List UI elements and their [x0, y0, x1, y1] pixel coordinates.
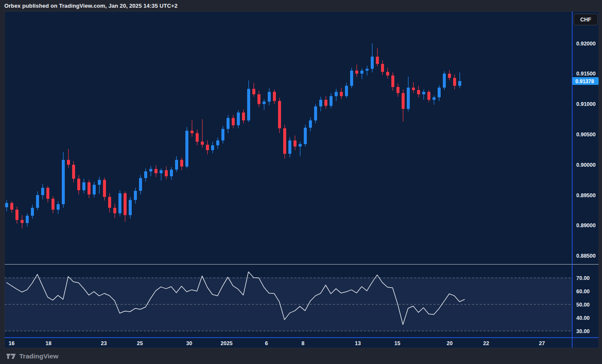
candle-down	[273, 92, 276, 101]
candle-up	[438, 87, 441, 97]
candle-up	[93, 185, 96, 195]
candle-down	[10, 203, 13, 210]
candle-down	[206, 144, 209, 150]
candle-down	[154, 169, 157, 173]
candle-down	[88, 182, 91, 194]
symbol-badge[interactable]: CHF	[574, 14, 598, 25]
candle-down	[165, 170, 168, 176]
candle-down	[355, 71, 358, 74]
candle-down	[124, 193, 127, 215]
candle-down	[278, 101, 281, 129]
candle-down	[201, 141, 204, 144]
candle-up	[407, 87, 410, 109]
candle-down	[180, 160, 183, 167]
candle-up	[185, 131, 188, 167]
tradingview-brand-text[interactable]: TradingView	[19, 352, 58, 360]
time-axis[interactable]	[4, 337, 572, 348]
candle-down	[113, 208, 116, 214]
candle-down	[402, 93, 405, 109]
candle-up	[5, 203, 8, 207]
candle-down	[242, 112, 245, 120]
candle-up	[366, 69, 369, 70]
candle-down	[453, 78, 456, 86]
candle-up	[170, 170, 173, 177]
chart-panel: 0.920000.915000.910000.905000.900000.895…	[4, 11, 599, 348]
candle-down	[257, 94, 260, 104]
candle-down	[324, 100, 327, 106]
candle-up	[62, 160, 65, 204]
candle-up	[288, 141, 291, 154]
candle-up	[345, 86, 348, 96]
candle-up	[139, 178, 142, 191]
candle-down	[283, 128, 286, 153]
candle-down	[427, 92, 430, 99]
candle-up	[149, 169, 152, 171]
candle-up	[118, 193, 121, 214]
candle-up	[221, 129, 224, 141]
candle-up	[371, 57, 374, 69]
candle-down	[191, 131, 194, 133]
candle-down	[72, 165, 75, 179]
candle-up	[422, 92, 425, 94]
candle-up	[263, 102, 266, 104]
candle-up	[57, 204, 60, 210]
candle-down	[46, 188, 49, 199]
candle-down	[21, 220, 24, 223]
candle-up	[237, 112, 240, 125]
candle-up	[335, 92, 338, 96]
candle-down	[376, 57, 379, 64]
candle-up	[350, 71, 353, 86]
candle-up	[458, 81, 461, 86]
candle-up	[247, 89, 250, 120]
candle-down	[51, 199, 54, 209]
candle-down	[293, 141, 296, 147]
candle-down	[108, 197, 111, 208]
candle-down	[196, 133, 199, 142]
candle-up	[98, 180, 101, 185]
chart-canvas: 0.920000.915000.910000.905000.900000.895…	[5, 12, 599, 348]
candle-up	[443, 74, 446, 88]
candle-down	[391, 75, 394, 87]
candle-up	[82, 182, 85, 190]
candle-up	[330, 96, 333, 106]
candle-up	[144, 171, 147, 178]
candle-up	[314, 106, 317, 120]
candle-down	[67, 160, 70, 165]
candle-up	[31, 208, 34, 216]
candle-up	[211, 145, 214, 150]
candle-up	[216, 141, 219, 145]
candle-down	[252, 89, 255, 94]
tradingview-logo-icon[interactable]	[6, 352, 16, 361]
candle-up	[134, 191, 137, 200]
candle-up	[433, 97, 436, 100]
candle-up	[299, 144, 302, 147]
candle-up	[319, 100, 322, 107]
snapshot-title: Orbex published on TradingView.com, Jan …	[4, 3, 178, 9]
candle-up	[268, 92, 271, 102]
candle-up	[160, 170, 163, 173]
candle-up	[129, 200, 132, 215]
candle-up	[175, 160, 178, 170]
candle-down	[103, 180, 106, 197]
candle-up	[36, 195, 39, 208]
snapshot-title-bar: Orbex published on TradingView.com, Jan …	[0, 0, 602, 11]
candle-down	[340, 92, 343, 96]
candle-up	[227, 118, 230, 129]
candle-down	[417, 90, 420, 94]
candle-up	[360, 71, 363, 74]
candle-up	[41, 188, 44, 195]
candle-down	[381, 64, 384, 72]
candle-down	[15, 210, 18, 220]
candle-down	[232, 118, 235, 125]
candle-down	[386, 72, 389, 75]
candle-down	[77, 179, 80, 190]
candle-up	[309, 120, 312, 128]
tradingview-snapshot: Orbex published on TradingView.com, Jan …	[0, 0, 602, 364]
candle-up	[26, 216, 29, 223]
footer-bar: TradingView	[0, 348, 602, 364]
candle-down	[448, 74, 451, 78]
price-axis[interactable]	[572, 11, 599, 348]
candle-down	[396, 87, 399, 93]
candle-down	[412, 87, 415, 90]
candle-up	[304, 128, 307, 144]
